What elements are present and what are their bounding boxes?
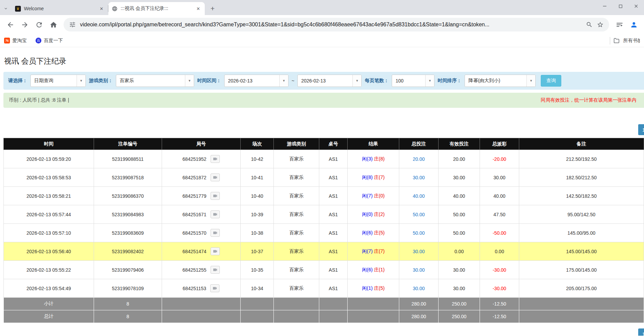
cell-payout: -30.00: [480, 261, 519, 279]
subtotal-total-bet: 280.00: [399, 298, 438, 310]
cell-time: 2026-02-13 05:57:10: [4, 224, 94, 242]
maximize-icon[interactable]: [613, 0, 628, 12]
all-bookmarks-label: 所有书签: [623, 38, 640, 44]
video-replay-icon[interactable]: [211, 247, 220, 255]
table-row[interactable]: 2026-02-13 05:59:20 523199088511 6842519…: [4, 150, 644, 168]
result-player: 闲(7): [362, 193, 373, 198]
chevron-down-icon[interactable]: ▼: [425, 75, 434, 87]
cell-game-type: 百家乐: [274, 187, 319, 205]
chevron-down-icon[interactable]: ▼: [185, 75, 194, 87]
page-1-button[interactable]: 1: [638, 124, 644, 135]
subtotal-payout: -12.50: [480, 298, 519, 310]
query-type-value: 日期查询: [31, 75, 77, 87]
table-row[interactable]: 2026-02-13 05:54:49 523199078109 6842511…: [4, 279, 644, 298]
tab-search-chevron-icon[interactable]: [0, 2, 12, 15]
address-bar[interactable]: videoie.com/ipl/portal.php/game/betrecor…: [64, 18, 609, 31]
video-replay-icon[interactable]: [211, 155, 220, 163]
table-row[interactable]: 2026-02-13 05:58:21 523199086370 6842517…: [4, 187, 644, 205]
home-icon[interactable]: [46, 18, 60, 31]
new-tab-button[interactable]: +: [207, 3, 218, 14]
table-row[interactable]: 2026-02-13 05:57:10 523199083609 6842515…: [4, 224, 644, 242]
tab-title: Welcome: [24, 6, 95, 11]
table-row[interactable]: 2026-02-13 05:56:40 523199082402 6842514…: [4, 242, 644, 261]
bookmark-baidu[interactable]: 百 百度一下: [36, 38, 63, 44]
back-icon[interactable]: [3, 18, 17, 31]
result-banker: 庄(1): [374, 267, 385, 272]
cell-payout: -30.00: [480, 279, 519, 298]
cell-payout: -50.00: [480, 224, 519, 242]
tilde-separator: ~: [292, 78, 294, 83]
cell-round-id: 684251952: [162, 150, 240, 168]
tab-title: :::视讯 会员下注纪录:::: [121, 5, 192, 12]
round-id-value: 684251952: [183, 156, 206, 162]
summary-notice: 同局有效投注，统一计算在该局第一张注单内: [541, 97, 639, 103]
cell-session: 10-41: [240, 168, 273, 187]
all-bookmarks[interactable]: 所有书签: [610, 37, 640, 44]
chevron-down-icon[interactable]: ▼: [526, 75, 535, 87]
date-range-label: 时间区间：: [197, 78, 221, 84]
cell-note: 212.50/192.50: [519, 150, 644, 168]
tab-welcome[interactable]: ♛ Welcome ✕: [12, 2, 108, 15]
cell-payout: 47.50: [480, 205, 519, 224]
video-replay-icon[interactable]: [211, 173, 220, 181]
page-1-button-bottom[interactable]: 1: [638, 328, 644, 336]
cell-total-bet: 20.00: [399, 150, 438, 168]
url-text[interactable]: videoie.com/ipl/portal.php/game/betrecor…: [80, 22, 582, 28]
chevron-down-icon[interactable]: ▼: [352, 75, 361, 87]
bookmark-label: 百度一下: [44, 38, 63, 44]
video-replay-icon[interactable]: [211, 229, 220, 237]
cell-total-bet: 50.00: [399, 205, 438, 224]
profile-avatar[interactable]: [627, 18, 641, 31]
cell-table-no: AS1: [319, 187, 347, 205]
cell-valid-bet: 50.00: [438, 224, 480, 242]
cell-result: 闲(6) 庄(1): [347, 261, 399, 279]
reading-list-icon[interactable]: [613, 18, 626, 31]
cell-table-no: AS1: [319, 242, 347, 261]
cell-payout: -20.00: [480, 150, 519, 168]
zoom-icon[interactable]: [586, 21, 593, 28]
bookmark-star-icon[interactable]: [597, 21, 604, 28]
per-page-select[interactable]: 100 ▼: [392, 75, 434, 87]
cell-note: 142.50/182.50: [519, 187, 644, 205]
bookmark-aitaobao[interactable]: 淘 爱淘宝: [4, 38, 27, 44]
game-type-select[interactable]: 百家乐 ▼: [116, 75, 194, 87]
table-row[interactable]: 2026-02-13 05:55:22 523199079406 6842512…: [4, 261, 644, 279]
forward-icon[interactable]: [18, 18, 31, 31]
cell-game-type: 百家乐: [274, 261, 319, 279]
per-page-label: 每页笔数：: [365, 78, 389, 84]
cell-bet-id: 523199087518: [94, 168, 162, 187]
round-id-value: 684251779: [183, 193, 206, 199]
date-to-input[interactable]: 2026-02-13 ▼: [297, 75, 362, 87]
result-banker: 庄(0): [374, 193, 385, 198]
close-window-icon[interactable]: [628, 0, 644, 12]
sort-select[interactable]: 降幂(由大到小) ▼: [465, 75, 536, 87]
table-row[interactable]: 2026-02-13 05:58:53 523199087518 6842518…: [4, 168, 644, 187]
minimize-icon[interactable]: [597, 0, 613, 12]
cell-total-bet: 30.00: [399, 261, 438, 279]
video-replay-icon[interactable]: [211, 266, 220, 274]
site-settings-icon[interactable]: [69, 21, 76, 28]
cell-time: 2026-02-13 05:59:20: [4, 150, 94, 168]
query-button[interactable]: 查询: [541, 75, 561, 87]
video-replay-icon[interactable]: [211, 210, 220, 218]
chevron-down-icon[interactable]: ▼: [279, 75, 288, 87]
query-type-select[interactable]: 日期查询 ▼: [30, 75, 86, 87]
tab-betrecord[interactable]: :::视讯 会员下注纪录::: ✕: [108, 2, 205, 15]
table-row[interactable]: 2026-02-13 05:57:44 523199084983 6842516…: [4, 205, 644, 224]
header-bet-id: 注单编号: [94, 138, 162, 150]
close-tab-icon[interactable]: ✕: [195, 5, 201, 12]
cell-time: 2026-02-13 05:57:44: [4, 205, 94, 224]
chevron-down-icon[interactable]: ▼: [77, 75, 85, 87]
cell-table-no: AS1: [319, 168, 347, 187]
cell-bet-id: 523199083609: [94, 224, 162, 242]
table-header-row: 时间 注单编号 局号 场次 游戏类别 桌号 结果 总投注 有效投注 总派彩 备注: [4, 138, 644, 150]
video-replay-icon[interactable]: [210, 284, 219, 292]
result-player: 闲(0): [362, 211, 373, 217]
date-from-input[interactable]: 2026-02-13 ▼: [224, 75, 289, 87]
close-tab-icon[interactable]: ✕: [98, 5, 105, 12]
video-replay-icon[interactable]: [211, 192, 220, 200]
cell-result: 闲(0) 庄(2): [347, 205, 399, 224]
round-id-value: 684251153: [183, 286, 206, 291]
cell-result: 闲(1) 庄(5): [347, 279, 399, 298]
reload-icon[interactable]: [32, 18, 46, 31]
